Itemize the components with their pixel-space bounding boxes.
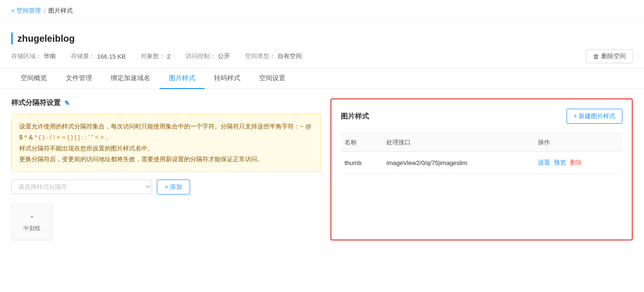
right-panel: 图片样式 + 新建图片样式 名称 处理接口 操作 thumb imageV xyxy=(330,98,633,240)
new-image-style-button[interactable]: + 新建图片样式 xyxy=(567,109,622,124)
title-accent xyxy=(11,32,13,45)
info-line-3: 更换分隔符后，变更前的访问地址都将失效，需要使用新设置的分隔符才能保证正常访问。 xyxy=(19,154,313,165)
style-table: 名称 处理接口 操作 thumb imageView2/0/q/75|image… xyxy=(341,133,622,174)
action-preview[interactable]: 预览 xyxy=(554,158,566,167)
strikethrough-card[interactable]: - 中划线 xyxy=(11,204,53,240)
meta-space-type: 空间类型： 自有空间 xyxy=(245,52,302,60)
tab-file-management[interactable]: 文件管理 xyxy=(56,68,101,89)
add-separator-button[interactable]: + 添加 xyxy=(157,180,190,195)
tab-bind-domain[interactable]: 绑定加速域名 xyxy=(101,68,160,89)
left-panel: 样式分隔符设置 ✎ 设置允许使用的样式分隔符集合，每次访问时只能使用集合中的一个… xyxy=(11,98,321,240)
tabs-bar: 空间概览 文件管理 绑定加速域名 图片样式 转码样式 空间设置 xyxy=(0,68,644,89)
new-style-label: + 新建图片样式 xyxy=(574,112,615,120)
meta-object-count: 对象数： 2 xyxy=(141,52,170,60)
table-header-row: 名称 处理接口 操作 xyxy=(341,134,622,152)
add-separator-label: + 添加 xyxy=(165,183,182,191)
row-handler: imageView2/0/q/75|imageslim xyxy=(383,152,534,174)
action-settings[interactable]: 设置 xyxy=(538,158,550,167)
storage-size-value: 166.15 KB xyxy=(97,53,126,60)
separator-input-row: 请选择样式分隔符 + 添加 xyxy=(11,180,321,195)
space-title-wrapper: zhugeleiblog xyxy=(0,22,644,45)
tab-space-settings[interactable]: 空间设置 xyxy=(250,68,295,89)
space-type-label: 空间类型： xyxy=(245,52,276,60)
edit-icon[interactable]: ✎ xyxy=(64,99,70,107)
breadcrumb-separator: / xyxy=(44,7,46,15)
storage-size-label: 存储量： xyxy=(71,52,95,60)
object-count-value: 2 xyxy=(167,53,170,60)
col-name: 名称 xyxy=(341,134,383,152)
space-name: zhugeleiblog xyxy=(17,33,75,44)
table-body: thumb imageView2/0/q/75|imageslim 设置 预览 … xyxy=(341,152,622,174)
section-title: 样式分隔符设置 ✎ xyxy=(11,98,321,107)
access-control-value: 公开 xyxy=(218,52,230,60)
meta-storage-region: 存储区域： 华南 xyxy=(11,52,56,60)
right-panel-title: 图片样式 xyxy=(341,112,369,121)
col-handler: 处理接口 xyxy=(383,134,534,152)
right-panel-header: 图片样式 + 新建图片样式 xyxy=(341,109,622,124)
access-control-label: 访问控制： xyxy=(185,52,216,60)
tab-transcode-style[interactable]: 转码样式 xyxy=(205,68,250,89)
content-area: 样式分隔符设置 ✎ 设置允许使用的样式分隔符集合，每次访问时只能使用集合中的一个… xyxy=(0,89,644,250)
page-wrapper: < 空间管理 / 图片样式 zhugeleiblog 存储区域： 华南 存储量：… xyxy=(0,0,644,292)
delete-space-button[interactable]: 🗑 删除空间 xyxy=(586,49,633,63)
table-header: 名称 处理接口 操作 xyxy=(341,134,622,152)
storage-region-label: 存储区域： xyxy=(11,52,42,60)
trash-icon: 🗑 xyxy=(593,53,599,60)
section-title-text: 样式分隔符设置 xyxy=(11,98,61,107)
col-action: 操作 xyxy=(534,134,622,152)
storage-region-value: 华南 xyxy=(44,52,56,60)
breadcrumb-current: 图片样式 xyxy=(48,7,73,15)
separator-select[interactable]: 请选择样式分隔符 xyxy=(11,180,152,194)
tab-image-style[interactable]: 图片样式 xyxy=(160,68,205,89)
meta-bar: 存储区域： 华南 存储量： 166.15 KB 对象数： 2 访问控制： 公开 … xyxy=(0,45,644,68)
info-box: 设置允许使用的样式分隔符集合，每次访问时只能使用集合中的一个字符。分隔符只支持这… xyxy=(11,114,321,172)
strikethrough-label: 中划线 xyxy=(16,225,47,232)
action-delete[interactable]: 删除 xyxy=(570,158,582,167)
info-line-1: 设置允许使用的样式分隔符集合，每次访问时只能使用集合中的一个字符。分隔符只支持这… xyxy=(19,121,313,143)
breadcrumb-back-link[interactable]: < 空间管理 xyxy=(11,7,41,15)
info-line-2: 样式分隔符不能出现在您所设置的图片样式名中。 xyxy=(19,143,313,154)
row-name: thumb xyxy=(341,152,383,174)
row-actions: 设置 预览 删除 xyxy=(534,152,622,174)
meta-access-control: 访问控制： 公开 xyxy=(185,52,230,60)
delete-space-label: 删除空间 xyxy=(601,52,626,60)
strikethrough-dash: - xyxy=(16,212,47,222)
tab-space-overview[interactable]: 空间概览 xyxy=(11,68,56,89)
meta-storage-size: 存储量： 166.15 KB xyxy=(71,52,126,60)
space-type-value: 自有空间 xyxy=(277,52,302,60)
action-links: 设置 预览 删除 xyxy=(538,158,619,167)
table-row: thumb imageView2/0/q/75|imageslim 设置 预览 … xyxy=(341,152,622,174)
breadcrumb: < 空间管理 / 图片样式 xyxy=(0,0,644,22)
object-count-label: 对象数： xyxy=(141,52,165,60)
